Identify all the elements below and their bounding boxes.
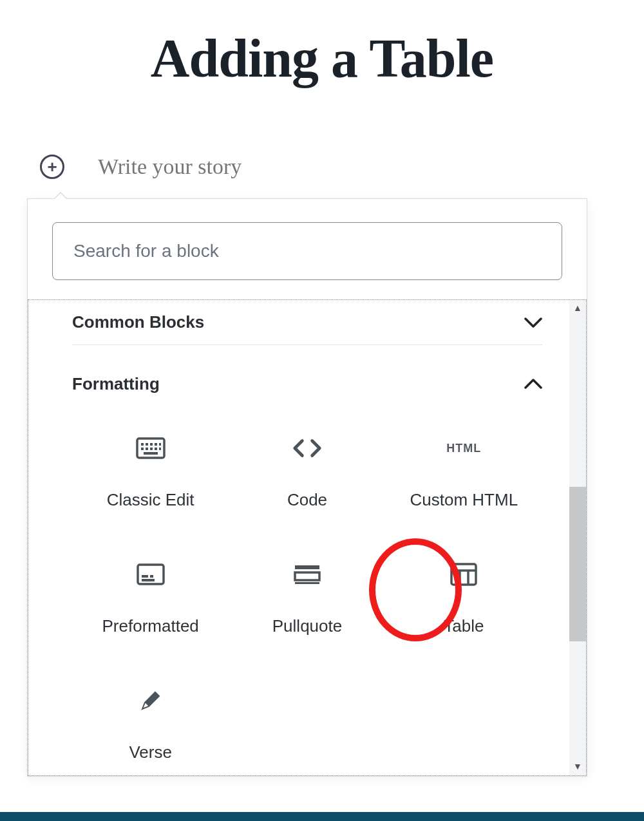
page-title: Adding a Table bbox=[0, 0, 644, 88]
story-input[interactable] bbox=[98, 155, 549, 179]
pencil-icon bbox=[135, 688, 166, 713]
block-label: Custom HTML bbox=[410, 490, 518, 510]
block-custom-html[interactable]: HTML Custom HTML bbox=[386, 435, 542, 510]
svg-rect-6 bbox=[141, 448, 144, 450]
chevron-down-icon bbox=[524, 317, 542, 328]
popover-arrow bbox=[53, 192, 68, 199]
block-label: Pullquote bbox=[272, 616, 342, 636]
preformatted-icon bbox=[135, 561, 166, 587]
category-formatting[interactable]: Formatting bbox=[72, 364, 542, 410]
block-preformatted[interactable]: Preformatted bbox=[72, 561, 229, 636]
scrollbar[interactable]: ▲ ▼ bbox=[569, 300, 586, 775]
svg-rect-5 bbox=[159, 443, 161, 446]
svg-rect-16 bbox=[295, 565, 319, 569]
category-label: Common Blocks bbox=[72, 312, 204, 332]
block-label: Code bbox=[287, 490, 327, 510]
svg-rect-11 bbox=[144, 452, 158, 455]
svg-rect-3 bbox=[150, 443, 153, 446]
block-classic-edit[interactable]: Classic Edit bbox=[72, 435, 229, 510]
keyboard-icon bbox=[135, 435, 166, 461]
formatting-blocks-grid: Classic Edit Code HTML Custom bbox=[72, 435, 542, 762]
table-icon bbox=[448, 561, 479, 587]
svg-rect-17 bbox=[295, 572, 319, 580]
block-label: Table bbox=[444, 616, 484, 636]
block-inserter-popover: Common Blocks Formatting bbox=[27, 198, 587, 777]
scroll-up-arrow-icon[interactable]: ▲ bbox=[573, 300, 582, 316]
block-categories: Common Blocks Formatting bbox=[28, 299, 587, 776]
plus-icon: + bbox=[47, 158, 57, 175]
svg-rect-9 bbox=[155, 448, 157, 450]
scroll-thumb[interactable] bbox=[569, 487, 586, 641]
block-label: Classic Edit bbox=[107, 490, 194, 510]
svg-rect-19 bbox=[451, 564, 476, 585]
block-search-input[interactable] bbox=[52, 222, 562, 280]
svg-rect-1 bbox=[141, 443, 144, 446]
pullquote-icon bbox=[292, 561, 323, 587]
chevron-up-icon bbox=[524, 378, 542, 390]
svg-rect-14 bbox=[150, 575, 153, 578]
svg-rect-13 bbox=[142, 575, 148, 578]
svg-rect-15 bbox=[142, 579, 155, 581]
block-verse[interactable]: Verse bbox=[72, 688, 229, 762]
block-pullquote[interactable]: Pullquote bbox=[229, 561, 385, 636]
svg-rect-4 bbox=[155, 443, 157, 446]
bottom-bar bbox=[0, 812, 644, 821]
add-block-button[interactable]: + bbox=[40, 155, 64, 179]
html-icon: HTML bbox=[448, 435, 479, 461]
code-icon bbox=[292, 435, 323, 461]
block-label: Preformatted bbox=[102, 616, 199, 636]
search-wrap bbox=[28, 199, 587, 299]
category-common-blocks[interactable]: Common Blocks bbox=[72, 300, 542, 345]
scroll-down-arrow-icon[interactable]: ▼ bbox=[573, 759, 582, 774]
block-label: Verse bbox=[129, 742, 172, 762]
svg-rect-2 bbox=[146, 443, 148, 446]
block-code[interactable]: Code bbox=[229, 435, 385, 510]
svg-rect-8 bbox=[150, 448, 153, 450]
svg-rect-7 bbox=[146, 448, 148, 450]
svg-rect-10 bbox=[159, 448, 161, 450]
category-label: Formatting bbox=[72, 374, 160, 394]
block-table[interactable]: Table bbox=[386, 561, 542, 636]
svg-rect-18 bbox=[295, 582, 319, 584]
editor-row: + bbox=[40, 155, 549, 179]
